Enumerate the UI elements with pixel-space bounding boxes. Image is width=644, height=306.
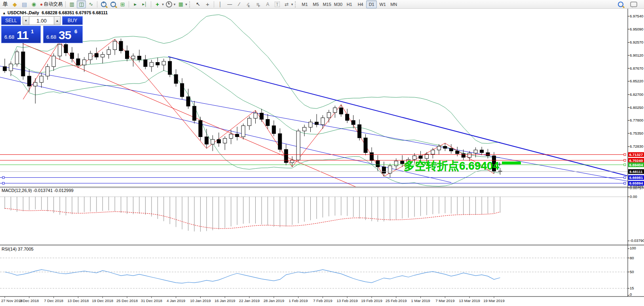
candle-body xyxy=(474,150,477,153)
candle-body xyxy=(468,153,471,158)
buy-price-box[interactable]: 6.68 35 6 xyxy=(43,26,83,43)
sell-button[interactable]: SELL xyxy=(1,16,21,25)
timeframe-w1[interactable]: W1 xyxy=(377,0,388,8)
fibonacci-icon[interactable]: ≡F xyxy=(254,0,263,8)
candle-body xyxy=(315,122,318,125)
candle-body xyxy=(186,97,190,106)
buy-button[interactable]: BUY xyxy=(62,16,83,25)
trendline-3[interactable] xyxy=(168,57,627,176)
candle-body xyxy=(260,113,263,120)
new-order-char-icon[interactable]: 单 xyxy=(1,0,10,8)
dropdown-caret-icon[interactable]: ▾ xyxy=(174,2,176,6)
candle-body xyxy=(162,61,165,65)
indicators-icon[interactable]: ▦ xyxy=(176,0,185,8)
chart-canvas[interactable]: 6.975406.950906.925706.901206.876706.852… xyxy=(0,9,644,306)
chat-icon[interactable] xyxy=(629,0,638,8)
candle-body xyxy=(462,154,465,157)
text-icon[interactable]: A xyxy=(263,0,272,8)
candle-body xyxy=(34,82,37,86)
price-chip-label: 6.71327 xyxy=(629,152,643,157)
price-axis-label: 6.92570 xyxy=(630,40,643,44)
volume-up-button[interactable]: ▲ xyxy=(54,16,61,25)
auto-scroll-icon[interactable]: ▸ xyxy=(131,0,140,8)
cursor-icon[interactable]: ↖ xyxy=(194,0,203,8)
line-endpoint-marker[interactable] xyxy=(624,177,626,179)
line-endpoint-marker[interactable] xyxy=(624,182,626,184)
timeframe-m1[interactable]: M1 xyxy=(299,0,310,8)
candle-body xyxy=(199,120,202,137)
candles-group xyxy=(3,39,502,178)
rsi-axis-label: 50 xyxy=(630,270,634,274)
trendline-icon: ∕ xyxy=(239,1,239,7)
charts-window-icon[interactable]: ▤ xyxy=(20,0,29,8)
candle-body xyxy=(52,56,55,67)
market-watch-icon[interactable]: ◆ xyxy=(10,0,19,8)
price-axis-label: 6.80250 xyxy=(630,105,643,110)
signals-icon[interactable]: ◉ xyxy=(29,0,38,8)
trendline-1[interactable] xyxy=(0,66,627,181)
trendline-4[interactable] xyxy=(23,44,356,187)
text-label-icon[interactable]: T xyxy=(273,0,282,8)
candlestick-chart-icon[interactable]: ◫ xyxy=(77,0,86,8)
autotrading-icon[interactable]: ●自动交易 xyxy=(39,0,64,8)
vertical-line-icon[interactable]: │ xyxy=(216,0,225,8)
volume-down-button[interactable]: ▼ xyxy=(23,16,29,25)
new-order-char-icon: 单 xyxy=(3,1,8,8)
dropdown-caret-icon[interactable]: ▾ xyxy=(291,2,293,6)
sell-price-box[interactable]: 6.68 11 1 xyxy=(1,26,41,43)
horizontal-line-icon[interactable]: — xyxy=(225,0,234,8)
zoom-in-icon[interactable]: + xyxy=(99,0,108,8)
timeframe-h4[interactable]: H4 xyxy=(355,0,366,8)
line-endpoint-marker[interactable] xyxy=(624,164,626,166)
tile-windows-icon[interactable]: ⊞ xyxy=(118,0,127,8)
collapse-panel-icon[interactable]: ▲ xyxy=(2,11,6,15)
sell-price-big: 11 xyxy=(17,29,28,42)
buy-price-sup: 6 xyxy=(74,29,77,34)
price-axis-label: 6.82700 xyxy=(630,92,643,97)
line-endpoint-marker[interactable] xyxy=(624,154,626,156)
line-endpoint-marker[interactable] xyxy=(2,177,4,179)
date-label: 1 Feb 2019 xyxy=(289,298,308,303)
market-watch-icon: ◆ xyxy=(13,1,17,8)
dropdown-caret-icon[interactable]: ▾ xyxy=(185,2,187,6)
timeframe-m5[interactable]: M5 xyxy=(310,0,321,8)
channel-icon[interactable]: ∕∕E xyxy=(244,0,253,8)
crosshair-icon[interactable]: + xyxy=(203,0,212,8)
date-label: 16 Jan 2019 xyxy=(215,298,235,303)
bar-chart-icon[interactable]: ▥ xyxy=(67,0,76,8)
dropdown-caret-icon[interactable]: ▾ xyxy=(162,2,164,6)
line-chart-icon[interactable]: ∿ xyxy=(86,0,95,8)
candle-body xyxy=(376,161,380,167)
pivot-annotation-text: 多空转折点6.69404 xyxy=(404,158,499,173)
candle-body xyxy=(480,150,484,153)
arrows-tool-icon[interactable]: ⇄ xyxy=(282,0,291,8)
date-label: 13 Dec 2018 xyxy=(67,298,89,303)
trendline-icon[interactable]: ∕ xyxy=(235,0,244,8)
search-icon[interactable] xyxy=(616,0,625,8)
candle-body xyxy=(456,151,459,154)
candle-body xyxy=(339,108,343,114)
clock-icon[interactable] xyxy=(165,0,174,8)
autotrading-icon: ● xyxy=(40,2,43,7)
candle-body xyxy=(382,167,386,173)
vertical-line-icon: │ xyxy=(219,2,222,7)
chart-shift-icon[interactable]: ▸│ xyxy=(140,0,149,8)
zoom-out-icon[interactable]: − xyxy=(108,0,118,8)
buy-price-base: 6.68 xyxy=(46,34,56,40)
rsi-line xyxy=(5,270,500,283)
timeframe-m30[interactable]: M30 xyxy=(333,0,344,8)
line-endpoint-marker[interactable] xyxy=(2,182,4,184)
timeframe-m15[interactable]: M15 xyxy=(321,0,332,8)
line-endpoint-marker[interactable] xyxy=(624,160,626,162)
candle-body xyxy=(254,113,257,118)
timeframe-h1[interactable]: H1 xyxy=(344,0,355,8)
candle-body xyxy=(70,53,74,59)
volume-input[interactable] xyxy=(29,16,54,25)
timeframe-d1[interactable]: D1 xyxy=(366,0,377,8)
rsi-axis-label: 100 xyxy=(630,246,636,250)
timeframe-mn[interactable]: MN xyxy=(388,0,399,8)
candle-body xyxy=(205,137,208,144)
zoom-out-icon: − xyxy=(110,2,116,7)
new-order-icon[interactable]: + xyxy=(153,0,162,8)
new-order-icon: + xyxy=(156,1,159,8)
